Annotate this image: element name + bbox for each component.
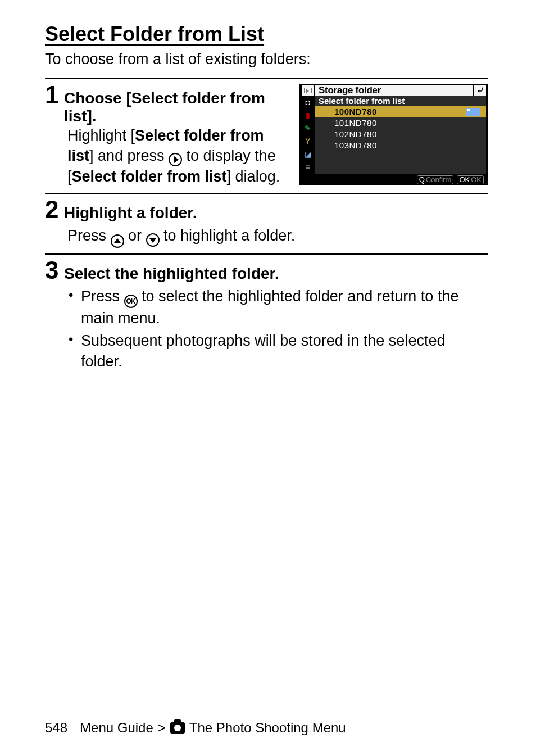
step-2-body: Press or to highlight a folder. — [45, 225, 488, 248]
folder-list: 100ND780 101ND780 102ND780 103ND780 — [315, 106, 486, 174]
step-1-number: 1 — [45, 83, 61, 107]
text: ] dialog. — [227, 168, 280, 185]
step-2-title: Highlight a folder. — [64, 197, 197, 222]
multi-selector-up-icon — [111, 234, 124, 248]
step-1-title: Choose [Select folder from list]. — [64, 83, 289, 125]
step-1: 1 Choose [Select folder from list]. High… — [45, 83, 488, 187]
custom-settings-menu-icon: ✎ — [303, 123, 313, 133]
folder-name: 100ND780 — [334, 107, 377, 116]
step-2: 2 Highlight a folder. Press or to highli… — [45, 197, 488, 248]
camera-menu-footer: QConfirm OKOK — [417, 175, 484, 184]
breadcrumb-separator: > — [158, 720, 166, 736]
step-3-title: Select the highlighted folder. — [64, 258, 279, 283]
step-1-body: Highlight [Select folder from list] and … — [45, 125, 289, 187]
multi-selector-right-icon — [169, 153, 182, 166]
text: Highlight [ — [67, 127, 135, 144]
step-3-body: Press OK to select the highlighted folde… — [45, 286, 488, 372]
camera-menu-sidebar: ◘ ▮ ✎ Y ◪ ≡ — [302, 96, 314, 184]
back-icon: ⤶ — [474, 85, 486, 96]
step-divider — [45, 78, 488, 79]
camera-menu-subtitle: Select folder from list — [315, 96, 486, 106]
confirm-hint: QConfirm — [417, 175, 454, 184]
text: Press — [81, 288, 124, 305]
photo-shooting-menu-icon: ◘ — [303, 97, 313, 107]
camera-icon — [170, 722, 185, 734]
folder-list-item: 103ND780 — [315, 140, 486, 151]
bullet-item: Subsequent photographs will be stored in… — [67, 331, 488, 372]
text: to select the highlighted folder and ret… — [81, 288, 458, 327]
step-3-number: 3 — [45, 258, 61, 283]
text: to highlight a folder. — [160, 227, 296, 244]
setup-menu-icon: Y — [303, 136, 313, 146]
playback-menu-icon — [302, 85, 314, 96]
camera-menu-screenshot: Storage folder ⤶ Select folder from list… — [299, 84, 488, 185]
page-footer: 548 Menu Guide > The Photo Shooting Menu — [45, 720, 488, 736]
breadcrumb-left: Menu Guide — [80, 720, 153, 736]
ok-button-icon: OK — [124, 295, 138, 308]
folder-list-item: 102ND780 — [315, 129, 486, 140]
step-divider — [45, 193, 488, 194]
text: ] and press — [89, 147, 169, 164]
section-heading: Select Folder from List — [45, 22, 488, 46]
step-2-number: 2 — [45, 197, 61, 222]
step-3: 3 Select the highlighted folder. Press O… — [45, 258, 488, 372]
card-icon — [466, 108, 480, 116]
page-number: 548 — [45, 720, 67, 736]
intro-text: To choose from a list of existing folder… — [45, 51, 488, 68]
camera-menu-title: Storage folder — [315, 85, 473, 96]
folder-list-item: 101ND780 — [315, 117, 486, 129]
text: or — [124, 227, 146, 244]
folder-list-item: 100ND780 — [315, 106, 486, 117]
retouch-menu-icon: ◪ — [303, 149, 313, 159]
bold-text: Select folder from list — [72, 168, 227, 185]
ok-hint: OKOK — [457, 175, 484, 184]
bullet-item: Press OK to select the highlighted folde… — [67, 286, 488, 329]
text: Press — [67, 227, 111, 244]
multi-selector-down-icon — [146, 233, 160, 247]
step-divider — [45, 253, 488, 255]
my-menu-icon: ≡ — [303, 162, 313, 172]
movie-shooting-menu-icon: ▮ — [303, 110, 313, 120]
breadcrumb-right: The Photo Shooting Menu — [189, 720, 346, 736]
